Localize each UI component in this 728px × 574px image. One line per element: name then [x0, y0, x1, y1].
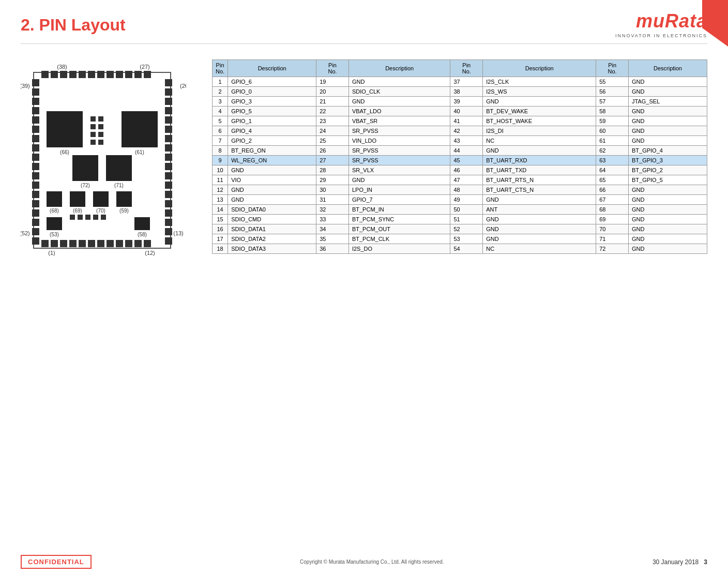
- svg-rect-27: [134, 240, 142, 247]
- table-row: 13GND31GPIO_749GND67GND: [213, 195, 707, 205]
- table-row: 4GPIO_522VBAT_LDO40BT_DEV_WAKE58GND: [213, 107, 707, 116]
- table-row: 11VIO29GND47BT_UART_RTS_N65BT_GPIO_5: [213, 175, 707, 185]
- svg-rect-8: [69, 71, 77, 78]
- svg-text:(12): (12): [145, 250, 155, 256]
- page-title: 2. PIN Layout: [21, 16, 126, 35]
- svg-rect-63: [165, 228, 172, 235]
- svg-rect-29: [32, 79, 39, 86]
- svg-rect-21: [79, 240, 86, 247]
- svg-rect-61: [165, 209, 172, 217]
- pin-table-section: PinNo. Description PinNo. Description Pi…: [212, 54, 707, 279]
- table-row: 6GPIO_424SR_PVSS42I2S_DI60GND: [213, 126, 707, 136]
- svg-rect-67: [122, 111, 158, 147]
- svg-rect-49: [165, 98, 172, 105]
- col-pin1-header: PinNo.: [213, 60, 228, 77]
- svg-rect-40: [32, 182, 39, 189]
- table-row: 16SDIO_DATA134BT_PCM_OUT52GND70GND: [213, 224, 707, 234]
- svg-rect-93: [98, 124, 103, 129]
- table-row: 5GPIO_123VBAT_SR41BT_HOST_WAKE59GND: [213, 116, 707, 126]
- svg-rect-69: [72, 155, 98, 181]
- svg-rect-50: [165, 107, 172, 114]
- svg-text:(59): (59): [119, 208, 129, 214]
- svg-rect-10: [88, 71, 95, 78]
- svg-rect-28: [144, 240, 151, 247]
- svg-rect-32: [32, 107, 39, 114]
- svg-rect-77: [93, 191, 109, 207]
- table-row: 10GND28SR_VLX46BT_UART_TXD64BT_GPIO_2: [213, 165, 707, 175]
- svg-rect-37: [32, 154, 39, 161]
- svg-text:(1): (1): [48, 250, 55, 256]
- svg-rect-84: [93, 215, 98, 220]
- svg-rect-53: [165, 135, 172, 142]
- svg-rect-44: [32, 219, 39, 226]
- col-desc2-header: Description: [348, 60, 450, 77]
- svg-text:(27): (27): [140, 64, 150, 70]
- col-desc4-header: Description: [628, 60, 707, 77]
- svg-text:(26: (26: [180, 83, 186, 89]
- svg-rect-45: [32, 228, 39, 235]
- svg-rect-7: [60, 71, 67, 78]
- svg-text:(61): (61): [135, 149, 144, 155]
- svg-rect-30: [32, 88, 39, 96]
- footer-date-page: 30 January 2018 3: [653, 558, 707, 566]
- svg-rect-86: [47, 217, 62, 230]
- table-row: 17SDIO_DATA235BT_PCM_CLK53GND71GND: [213, 234, 707, 244]
- svg-rect-11: [97, 71, 104, 78]
- svg-rect-39: [32, 172, 39, 179]
- svg-rect-83: [85, 215, 90, 220]
- svg-rect-71: [106, 155, 132, 181]
- svg-rect-91: [98, 116, 103, 122]
- logo-red-shape: [702, 0, 728, 47]
- svg-rect-47: [165, 79, 172, 86]
- svg-rect-46: [32, 237, 39, 245]
- svg-rect-65: [47, 111, 83, 147]
- table-row: 15SDIO_CMD33BT_PCM_SYNC51GND69GND: [213, 215, 707, 224]
- svg-rect-57: [165, 172, 172, 179]
- svg-rect-19: [60, 240, 67, 247]
- col-pin4-header: PinNo.: [596, 60, 629, 77]
- svg-rect-54: [165, 144, 172, 152]
- svg-rect-42: [32, 200, 39, 207]
- svg-rect-43: [32, 209, 39, 217]
- pin-layout-svg: (38) (27) (39) (26: [21, 59, 186, 277]
- svg-rect-58: [165, 182, 172, 189]
- svg-rect-81: [70, 215, 75, 220]
- svg-rect-34: [32, 126, 39, 133]
- svg-rect-55: [165, 154, 172, 161]
- table-row: 7GPIO_225VIN_LDO43NC61GND: [213, 136, 707, 146]
- svg-rect-92: [90, 124, 96, 129]
- svg-rect-31: [32, 98, 39, 105]
- svg-text:(38): (38): [57, 64, 67, 70]
- svg-rect-25: [116, 240, 123, 247]
- svg-text:(70): (70): [96, 208, 105, 214]
- logo-tagline: INNOVATOR IN ELECTRONICS: [615, 33, 707, 38]
- logo-prefix: mu: [636, 10, 665, 32]
- svg-rect-24: [107, 240, 114, 247]
- svg-rect-48: [165, 88, 172, 96]
- svg-text:(71): (71): [114, 183, 124, 188]
- svg-rect-75: [70, 191, 85, 207]
- svg-text:(68): (68): [50, 208, 59, 214]
- col-desc3-header: Description: [483, 60, 596, 77]
- logo-area: muRata INNOVATOR IN ELECTRONICS: [615, 10, 707, 38]
- svg-rect-23: [97, 240, 104, 247]
- svg-rect-85: [101, 215, 106, 220]
- table-row: 18SDIO_DATA336I2S_DO54NC72GND: [213, 244, 707, 254]
- svg-rect-13: [116, 71, 123, 78]
- main-content: (38) (27) (39) (26: [0, 54, 728, 279]
- svg-rect-35: [32, 135, 39, 142]
- svg-rect-36: [32, 144, 39, 152]
- svg-rect-60: [165, 200, 172, 207]
- svg-rect-64: [165, 237, 172, 245]
- footer-copyright: Copyright © Murata Manufacturing Co., Lt…: [300, 559, 444, 565]
- svg-rect-51: [165, 116, 172, 124]
- svg-rect-88: [134, 217, 150, 230]
- svg-rect-79: [116, 191, 132, 207]
- header-divider: [21, 43, 707, 44]
- col-desc1-header: Description: [228, 60, 316, 77]
- svg-rect-96: [90, 140, 96, 145]
- svg-rect-9: [79, 71, 86, 78]
- svg-rect-95: [98, 132, 103, 137]
- svg-rect-41: [32, 191, 39, 198]
- svg-rect-17: [41, 240, 49, 247]
